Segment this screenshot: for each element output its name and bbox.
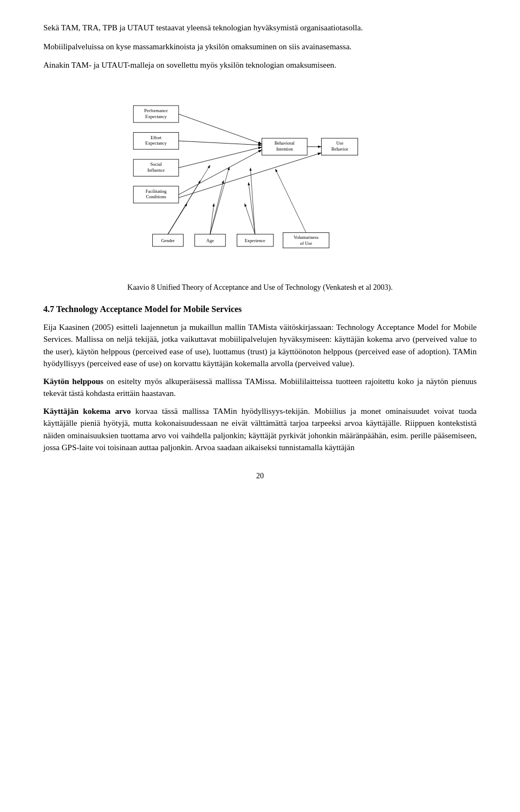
svg-text:Influence: Influence (147, 167, 165, 172)
diagram-svg: Performance Expectancy Effort Expectancy… (76, 85, 444, 269)
caption-text: Kaavio 8 Unified Theory of Acceptance an… (127, 283, 393, 291)
svg-text:Conditions: Conditions (146, 194, 166, 199)
paragraph-5: Käytön helppous on esitelty myös alkuper… (43, 375, 477, 400)
svg-text:Expectancy: Expectancy (145, 113, 167, 119)
paragraph-6: Käyttäjän kokema arvo korvaa tässä malli… (43, 405, 477, 454)
svg-text:Social: Social (150, 161, 162, 167)
svg-text:Voluntariness: Voluntariness (294, 235, 318, 240)
utaut-diagram: Performance Expectancy Effort Expectancy… (43, 85, 477, 269)
svg-text:of Use: of Use (300, 241, 313, 246)
p4-text: Eija Kaasinen (2005) esitteli laajennetu… (43, 323, 477, 368)
svg-text:Intention: Intention (276, 146, 293, 151)
svg-line-36 (210, 203, 214, 234)
p6-bold: Käyttäjän kokema arvo (43, 407, 131, 415)
paragraph-2: Mobiilipalveluissa on kyse massamarkkino… (43, 41, 477, 53)
paragraph-1: Sekä TAM, TRA, TPB ja UTAUT testaavat yl… (43, 22, 477, 34)
svg-text:Age: Age (206, 238, 214, 243)
svg-line-29 (179, 147, 262, 167)
svg-text:Behavior: Behavior (332, 146, 348, 151)
section-heading: 4.7 Technology Acceptance Model for Mobi… (43, 303, 477, 316)
svg-text:Gender: Gender (161, 238, 174, 243)
svg-text:Performance: Performance (144, 108, 168, 113)
page-number-text: 20 (256, 472, 264, 480)
paragraph-3: Ainakin TAM- ja UTAUT-malleja on sovelle… (43, 59, 477, 72)
p2-text: Mobiilipalveluissa on kyse massamarkkino… (43, 42, 352, 51)
svg-text:Behavioral: Behavioral (275, 140, 295, 146)
svg-text:Experience: Experience (245, 238, 265, 243)
svg-line-38 (210, 167, 229, 234)
p1-text: Sekä TAM, TRA, TPB ja UTAUT testaavat yl… (43, 23, 363, 32)
svg-text:Facilitating: Facilitating (146, 188, 167, 193)
svg-line-37 (210, 180, 224, 234)
p3-text: Ainakin TAM- ja UTAUT-malleja on sovelle… (43, 61, 336, 69)
svg-line-30 (179, 150, 262, 194)
diagram-caption: Kaavio 8 Unified Theory of Acceptance an… (43, 282, 477, 293)
svg-line-40 (249, 182, 255, 234)
page-number: 20 (43, 470, 477, 482)
svg-text:Expectancy: Expectancy (145, 140, 167, 146)
p5-bold: Käytön helppous (43, 377, 103, 386)
svg-line-27 (179, 114, 262, 144)
svg-line-31 (179, 153, 322, 198)
paragraph-4: Eija Kaasinen (2005) esitteli laajennetu… (43, 321, 477, 370)
svg-text:Effort: Effort (151, 134, 162, 140)
svg-line-28 (179, 141, 262, 145)
svg-line-39 (245, 203, 255, 234)
svg-line-42 (275, 168, 306, 232)
section-heading-text: 4.7 Technology Acceptance Model for Mobi… (43, 304, 242, 314)
svg-text:Use: Use (336, 140, 343, 146)
svg-line-41 (250, 167, 255, 234)
p5-rest: on esitelty myös alkuperäisessä mallissa… (43, 377, 477, 398)
